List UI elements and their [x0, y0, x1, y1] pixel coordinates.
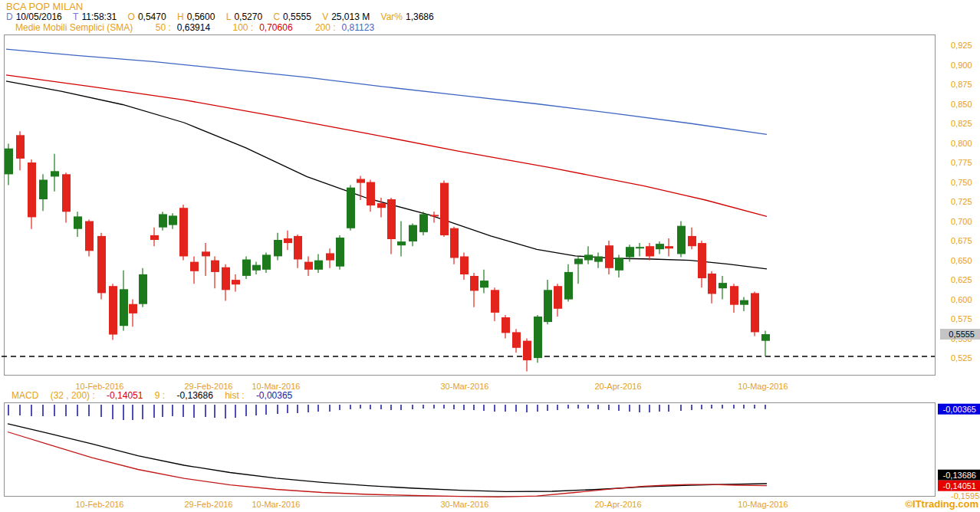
hist-value-label: -0,00365 [943, 405, 976, 414]
svg-text:0,825: 0,825 [951, 119, 972, 128]
high-value: 0,5600 [187, 11, 215, 22]
volume-label: V [322, 11, 328, 22]
candle[interactable] [534, 317, 542, 358]
candle[interactable] [419, 214, 428, 232]
candle[interactable] [262, 254, 271, 269]
candle[interactable] [139, 274, 147, 304]
candle[interactable] [202, 251, 210, 256]
main-pane-border [5, 35, 936, 376]
close-label: C [273, 11, 280, 22]
candle[interactable] [109, 286, 117, 334]
candle[interactable] [16, 135, 25, 159]
candle[interactable] [284, 238, 292, 243]
candle[interactable] [708, 274, 716, 294]
svg-text:0,875: 0,875 [951, 80, 972, 89]
svg-text:30-Mar-2016: 30-Mar-2016 [441, 382, 489, 391]
svg-text:0,800: 0,800 [951, 139, 972, 148]
candle[interactable] [502, 317, 510, 333]
candle[interactable] [232, 280, 240, 284]
candle[interactable] [584, 254, 593, 260]
chart-canvas[interactable]: 0,9250,9000,8750,8500,8250,8000,7750,750… [0, 0, 980, 512]
candle[interactable] [491, 290, 499, 313]
var-label: Var% [381, 11, 403, 22]
svg-text:10-Mag-2016: 10-Mag-2016 [738, 382, 788, 391]
candle[interactable] [314, 261, 323, 270]
svg-text:0,700: 0,700 [951, 217, 972, 226]
candle[interactable] [626, 247, 634, 257]
candles-series[interactable] [5, 131, 770, 371]
candle[interactable] [656, 244, 664, 249]
candle[interactable] [740, 300, 748, 305]
var-value: 1,3686 [406, 11, 434, 22]
candle[interactable] [347, 188, 355, 228]
candle[interactable] [252, 265, 261, 271]
candle[interactable] [336, 238, 344, 267]
date-label: D [6, 11, 13, 22]
candle[interactable] [85, 222, 94, 251]
candle[interactable] [523, 341, 531, 361]
macd-line-value: -0,14051 [107, 390, 143, 401]
candle[interactable] [5, 149, 13, 175]
candle[interactable] [357, 179, 365, 183]
candle[interactable] [150, 235, 159, 240]
candle[interactable] [409, 225, 417, 241]
candle[interactable] [761, 334, 770, 341]
candle[interactable] [470, 276, 478, 290]
candle[interactable] [636, 247, 644, 248]
candle[interactable] [367, 182, 375, 206]
candle[interactable] [190, 262, 199, 271]
candle[interactable] [564, 272, 573, 300]
candle[interactable] [688, 236, 696, 246]
candle[interactable] [605, 245, 613, 268]
candle[interactable] [169, 215, 177, 225]
candle[interactable] [574, 259, 583, 264]
macd-histogram [8, 405, 765, 420]
candle[interactable] [440, 183, 449, 235]
svg-text:0,925: 0,925 [951, 41, 972, 50]
candle[interactable] [120, 289, 128, 326]
candle[interactable] [677, 226, 686, 254]
candle[interactable] [646, 246, 654, 256]
candle[interactable] [304, 262, 313, 270]
candle[interactable] [211, 261, 219, 272]
macd-pane[interactable]: -0,00365-0,13686-0,14051-0,1595510-Feb-2… [5, 403, 980, 510]
svg-text:0,750: 0,750 [951, 178, 972, 187]
candle[interactable] [554, 286, 562, 309]
candle[interactable] [751, 293, 759, 332]
candle[interactable] [730, 286, 738, 305]
candle[interactable] [615, 258, 623, 271]
candle[interactable] [242, 260, 251, 276]
candle[interactable] [274, 240, 282, 256]
sma-legend-row: Medie Mobili Semplici (SMA) 50 :0,63914 … [15, 22, 374, 33]
candle[interactable] [326, 253, 334, 260]
candle[interactable] [179, 208, 188, 256]
candlestick-pane[interactable]: 0,9250,9000,8750,8500,8250,8000,7750,750… [2, 35, 980, 392]
candle[interactable] [450, 228, 459, 258]
instrument-title: BCA POP MILAN [6, 1, 83, 12]
candle[interactable] [544, 290, 552, 322]
candle[interactable] [397, 241, 406, 245]
candle[interactable] [719, 283, 727, 288]
macd-hist-label: hist : [225, 390, 244, 401]
candle[interactable] [460, 257, 469, 275]
svg-text:10-Mar-2016: 10-Mar-2016 [252, 500, 301, 509]
candle[interactable] [51, 171, 59, 176]
candle[interactable] [39, 180, 48, 200]
candle[interactable] [159, 214, 167, 227]
candle[interactable] [594, 257, 603, 262]
candle[interactable] [28, 162, 36, 217]
candle[interactable] [97, 236, 106, 294]
candle[interactable] [480, 281, 488, 287]
candle[interactable] [74, 216, 82, 228]
candle[interactable] [377, 203, 386, 208]
candle[interactable] [387, 199, 396, 239]
candle[interactable] [62, 174, 71, 212]
candle[interactable] [129, 304, 137, 313]
low-value: 0,5270 [234, 11, 262, 22]
candle[interactable] [294, 236, 302, 260]
candle[interactable] [665, 246, 673, 248]
candle[interactable] [222, 267, 230, 290]
candle[interactable] [698, 243, 706, 278]
candle[interactable] [430, 215, 439, 216]
candle[interactable] [512, 332, 521, 347]
